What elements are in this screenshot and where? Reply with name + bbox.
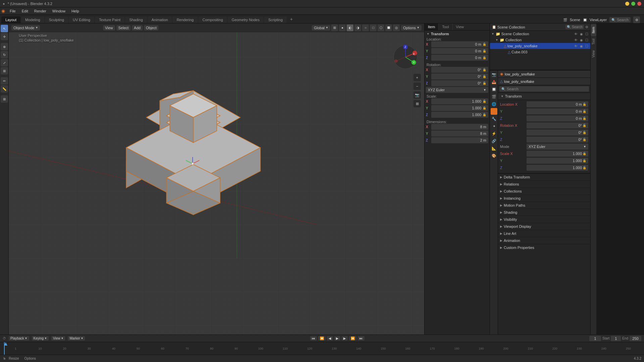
props-loc-x-field[interactable]: 0 m 🔓: [527, 101, 588, 107]
sidebar-tab-tool[interactable]: Tool: [591, 36, 596, 47]
location-z-field[interactable]: 0 m 🔓: [431, 55, 488, 61]
tab-uv-editing[interactable]: UV Editing: [69, 16, 94, 23]
current-frame-field[interactable]: 1: [589, 336, 601, 341]
tool-cursor[interactable]: ✛: [1, 33, 8, 40]
dim-z-field[interactable]: 2 m: [431, 137, 488, 143]
tool-annotate[interactable]: ✏: [1, 77, 8, 85]
tab-layout[interactable]: Layout: [1, 16, 20, 23]
object-menu[interactable]: Object: [144, 25, 159, 31]
tab-scripting[interactable]: Scripting: [264, 16, 287, 23]
viewport-overlay-btn[interactable]: ⊞: [331, 24, 338, 31]
shading-collapse[interactable]: ▶ Shading: [498, 209, 590, 216]
motion-paths-collapse[interactable]: ▶ Motion Paths: [498, 202, 590, 209]
scene-collection-eye-icon[interactable]: 👁: [574, 32, 578, 36]
collection-render-icon[interactable]: ☐: [584, 38, 589, 42]
shading-material-btn[interactable]: ◑: [354, 24, 361, 31]
prop-tab-scene[interactable]: 🎬: [491, 93, 497, 100]
prop-tab-object[interactable]: ◉: [491, 108, 497, 115]
tool-transform[interactable]: ⊞: [1, 67, 8, 74]
timeline-ruler[interactable]: 1 10 20 30 40 50 60 70 80 90 100 110 120…: [0, 342, 644, 355]
object-name-display[interactable]: low_poly_snoflake: [505, 72, 535, 76]
menu-render[interactable]: Render: [32, 8, 49, 14]
viewport-global-dropdown[interactable]: Global ▼: [312, 25, 330, 31]
nav-zoom-out[interactable]: −: [413, 83, 421, 90]
custom-properties-collapse[interactable]: ▶ Custom Properties: [498, 244, 590, 251]
maximize-button[interactable]: [631, 2, 635, 6]
props-scale-y-field[interactable]: 1.000 🔓: [527, 158, 588, 164]
tl-jump-start[interactable]: ⏮: [310, 336, 317, 341]
tl-view-dropdown[interactable]: View ▼: [51, 336, 65, 341]
prop-tab-particles[interactable]: ✦: [491, 123, 497, 130]
prop-tab-data[interactable]: 📐: [491, 145, 497, 152]
select-menu[interactable]: Select: [116, 25, 131, 31]
prop-tab-view-layer[interactable]: 🔲: [491, 86, 497, 93]
location-x-field[interactable]: 0 m 🔓: [431, 41, 488, 47]
scale-y-field[interactable]: 1.000 🔓: [431, 105, 488, 111]
instancing-collapse[interactable]: ▶ Instancing: [498, 195, 590, 202]
animation-collapse[interactable]: ▶ Animation: [498, 237, 590, 244]
props-loc-z-field[interactable]: 0 m 🔓: [527, 115, 588, 121]
xray-btn[interactable]: ⬡: [378, 24, 384, 31]
props-transform-collapse[interactable]: ▼ Transform: [498, 93, 590, 100]
tab-geometry-nodes[interactable]: Geometry Nodes: [228, 16, 263, 23]
mesh-name-display[interactable]: low_poly_snoflake: [504, 80, 534, 84]
relations-collapse[interactable]: ▶ Relations: [498, 180, 590, 188]
sidebar-tab-view[interactable]: View: [591, 48, 596, 60]
prop-tab-modifier[interactable]: 🔧: [491, 115, 497, 122]
tl-marker-dropdown[interactable]: Marker ▼: [68, 336, 85, 341]
tl-next-frame[interactable]: ▶: [342, 336, 348, 341]
prop-tab-physics[interactable]: ⚡: [491, 130, 497, 137]
dim-x-field[interactable]: 8 m: [431, 124, 488, 130]
proportional-editing-btn[interactable]: ◎: [393, 24, 400, 31]
scale-z-field[interactable]: 1.000 🔓: [431, 112, 488, 118]
viewport-options-btn[interactable]: Options ▼: [401, 25, 422, 31]
add-workspace-button[interactable]: +: [287, 15, 295, 23]
tab-modeling[interactable]: Modeling: [21, 16, 44, 23]
rotation-x-field[interactable]: 0° 🔓: [431, 67, 488, 73]
shading-wireframe-btn[interactable]: □: [370, 24, 377, 31]
snap-btn[interactable]: 🔲: [385, 24, 392, 31]
tool-add[interactable]: ⊞: [1, 95, 8, 103]
n-tab-item[interactable]: Item: [425, 23, 439, 30]
tool-scale[interactable]: ⤢: [1, 59, 8, 66]
menu-edit[interactable]: Edit: [19, 8, 31, 14]
viewport[interactable]: Object Mode ▼ View Select Add Object Glo…: [9, 23, 424, 334]
n-tab-tool[interactable]: Tool: [439, 23, 452, 30]
menu-window[interactable]: Window: [50, 8, 68, 14]
location-y-field[interactable]: 0 m 🔓: [431, 48, 488, 54]
line-art-collapse[interactable]: ▶ Line Art: [498, 230, 590, 237]
tab-sculpting[interactable]: Sculpting: [45, 16, 68, 23]
end-frame-field[interactable]: 250: [630, 336, 641, 341]
close-button[interactable]: [637, 2, 641, 6]
prop-tab-output[interactable]: 📤: [491, 79, 497, 85]
start-frame-field[interactable]: 1: [611, 336, 621, 341]
props-rot-x-field[interactable]: 0° 🔓: [527, 122, 588, 128]
props-rot-z-field[interactable]: 0° 🔓: [527, 137, 588, 143]
tl-prev-keyframe[interactable]: ⏪: [318, 336, 326, 341]
props-scale-x-field[interactable]: 1.000 🔓: [527, 151, 588, 157]
tab-compositing[interactable]: Compositing: [198, 16, 227, 23]
object-mode-dropdown[interactable]: Object Mode ▼: [11, 25, 40, 31]
collection-eye-icon[interactable]: 👁: [574, 38, 578, 42]
scene-collection-render-icon[interactable]: ☐: [584, 32, 589, 36]
collections-collapse[interactable]: ▶ Collections: [498, 188, 590, 195]
tab-texture-paint[interactable]: Texture Paint: [95, 16, 125, 23]
nav-zoom-in[interactable]: +: [413, 74, 421, 81]
sidebar-tab-item[interactable]: Item: [591, 24, 596, 36]
tab-animation[interactable]: Animation: [148, 16, 172, 23]
tl-next-keyframe[interactable]: ⏩: [349, 336, 356, 341]
visibility-collapse[interactable]: ▶ Visibility: [498, 216, 590, 223]
props-scale-z-field[interactable]: 1.000 🔓: [527, 165, 588, 171]
prop-tab-material[interactable]: 🎨: [491, 152, 497, 159]
top-search-box[interactable]: 🔍 Search: [609, 17, 631, 22]
tl-keying-dropdown[interactable]: Keying ▼: [32, 336, 49, 341]
dim-y-field[interactable]: 8 m: [431, 131, 488, 137]
menu-file[interactable]: File: [7, 8, 18, 14]
props-mode-dropdown[interactable]: XYZ Euler ▼: [527, 144, 588, 150]
props-rot-y-field[interactable]: 0° 🔓: [527, 130, 588, 136]
tool-measure[interactable]: 📏: [1, 85, 8, 93]
n-tab-view[interactable]: View: [453, 23, 467, 30]
prop-tab-render[interactable]: 📷: [491, 71, 497, 78]
snoflake-eye-icon[interactable]: 👁: [574, 44, 578, 48]
tl-prev-frame[interactable]: ◀: [327, 336, 333, 341]
